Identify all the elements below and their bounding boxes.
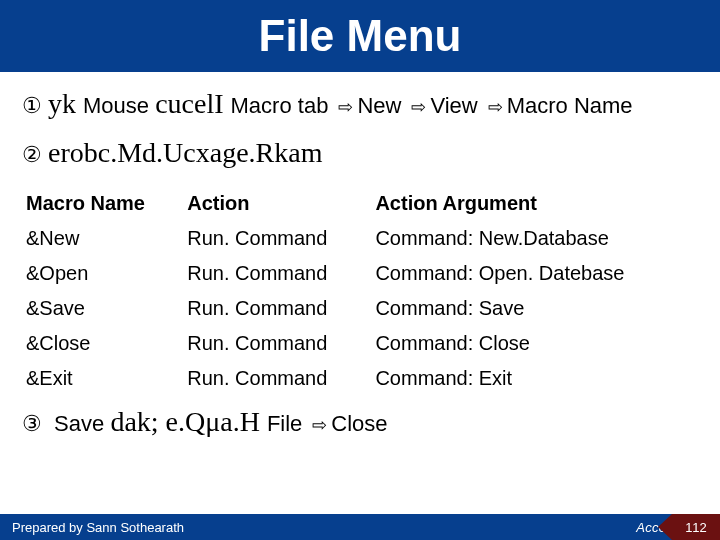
cell: Run. Command [183, 361, 371, 396]
cell: Run. Command [183, 221, 371, 256]
slide: File Menu ①yk Mouse cucelI Macro tab ⇨Ne… [0, 0, 720, 540]
content: ①yk Mouse cucelI Macro tab ⇨New ⇨View ⇨M… [0, 72, 720, 444]
arrow-icon: ⇨ [312, 415, 327, 435]
step1-text-b: cucelI [155, 88, 230, 119]
arrow-icon: ⇨ [411, 97, 426, 117]
arrow-icon: ⇨ [338, 97, 353, 117]
table-row: &CloseRun. CommandCommand: Close [22, 326, 698, 361]
col-action: Action [183, 186, 371, 221]
step1-seq0: New [357, 93, 401, 118]
step1-seq1: View [430, 93, 477, 118]
step3-close: Close [331, 411, 387, 436]
footer: Prepared by Sann Sothearath Access 2003 [0, 514, 720, 540]
cell: Run. Command [183, 256, 371, 291]
page-number-text: 112 [685, 520, 707, 535]
cell: &Exit [22, 361, 183, 396]
bullet-2: ② [22, 142, 42, 167]
cell: Run. Command [183, 291, 371, 326]
cell: Command: Save [371, 291, 698, 326]
cell: &Close [22, 326, 183, 361]
bullet-3: ③ [22, 411, 42, 436]
table-row: &SaveRun. CommandCommand: Save [22, 291, 698, 326]
cell: &New [22, 221, 183, 256]
col-action-argument: Action Argument [371, 186, 698, 221]
table-row: &ExitRun. CommandCommand: Exit [22, 361, 698, 396]
page-title: File Menu [259, 11, 462, 61]
cell: Run. Command [183, 326, 371, 361]
table-row: &NewRun. CommandCommand: New.Database [22, 221, 698, 256]
table-row: &OpenRun. CommandCommand: Open. Datebase [22, 256, 698, 291]
bullet-1: ① [22, 93, 42, 118]
table-header: Macro Name Action Action Argument [22, 186, 698, 221]
step3-save: Save [48, 411, 110, 436]
cell: Command: New.Database [371, 221, 698, 256]
cell: Command: Open. Datebase [371, 256, 698, 291]
page-number: 112 [672, 514, 720, 540]
footer-author: Prepared by Sann Sothearath [0, 520, 636, 535]
step-3: ③ Save dak; e.Qμa.H File ⇨Close [22, 400, 698, 445]
step2-text: erobc.Md.Ucxage.Rkam [48, 137, 322, 168]
cell: Command: Exit [371, 361, 698, 396]
step-2: ②erobc.Md.Ucxage.Rkam [22, 131, 698, 176]
step3-text: dak; e.Qμa.H [110, 406, 267, 437]
cell: &Save [22, 291, 183, 326]
step1-seq2: Macro Name [507, 93, 633, 118]
macro-table: Macro Name Action Action Argument &NewRu… [22, 186, 698, 396]
step-1: ①yk Mouse cucelI Macro tab ⇨New ⇨View ⇨M… [22, 82, 698, 127]
step1-mouse: Mouse [83, 93, 155, 118]
col-macro-name: Macro Name [22, 186, 183, 221]
cell: &Open [22, 256, 183, 291]
step1-after: Macro tab [231, 93, 329, 118]
step1-text-a: yk [48, 88, 83, 119]
arrow-icon: ⇨ [488, 97, 503, 117]
title-bar: File Menu [0, 0, 720, 72]
step3-file: File [267, 411, 302, 436]
cell: Command: Close [371, 326, 698, 361]
